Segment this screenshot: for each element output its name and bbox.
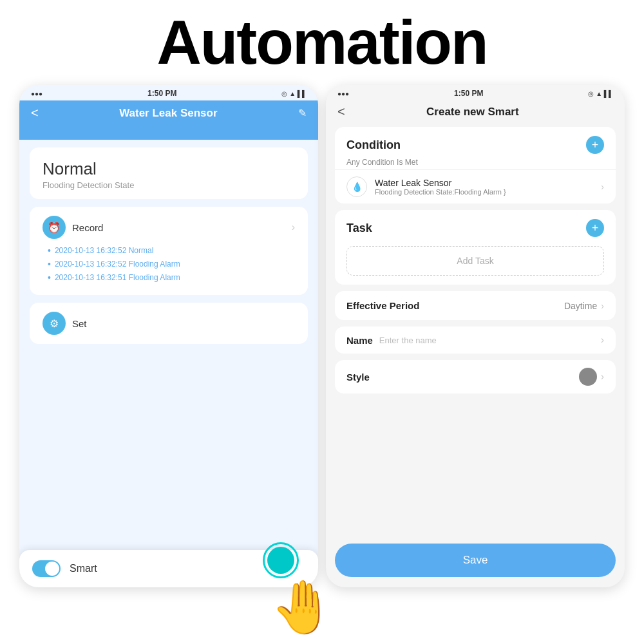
left-header-title: Water Leak Sensor: [119, 107, 217, 120]
condition-subtitle: Any Condition Is Met: [335, 158, 616, 169]
condition-item-icon: 💧: [346, 176, 367, 197]
right-status-bar: ●●● 1:50 PM ◎ ▲ ▌▌: [326, 85, 625, 100]
record-arrow[interactable]: ›: [292, 222, 295, 233]
effective-period-row[interactable]: Effective Period Daytime ›: [335, 291, 616, 320]
record-card: ⏰ Record › 2020-10-13 16:32:52 Normal 20…: [30, 207, 308, 295]
condition-row: 💧 Water Leak Sensor Flooding Detection S…: [335, 169, 616, 204]
condition-header: Condition +: [335, 127, 616, 158]
condition-title: Condition: [346, 138, 401, 152]
style-label: Style: [346, 372, 370, 383]
log-item-3: 2020-10-13 16:32:51 Flooding Alarm: [48, 272, 295, 283]
name-row[interactable]: Name Enter the name ›: [335, 327, 616, 354]
left-status-icons: ◎ ▲ ▌▌: [281, 90, 307, 97]
task-add-button[interactable]: +: [586, 219, 604, 237]
state-label: Normal: [43, 159, 295, 179]
left-phone: ●●● 1:50 PM ◎ ▲ ▌▌ < Water Leak Sensor ✎…: [19, 85, 318, 587]
left-header: < Water Leak Sensor ✎: [19, 100, 318, 140]
effective-period-arrow: ›: [601, 301, 604, 311]
left-status-bar: ●●● 1:50 PM ◎ ▲ ▌▌: [19, 85, 318, 100]
log-item-1: 2020-10-13 16:32:52 Normal: [48, 245, 295, 256]
condition-section: Condition + Any Condition Is Met 💧 Water…: [335, 127, 616, 204]
cyan-button-inner: [267, 547, 294, 574]
log-item-2: 2020-10-13 16:32:52 Flooding Alarm: [48, 259, 295, 269]
page-title: Automation: [0, 0, 644, 85]
smart-toggle[interactable]: [32, 560, 61, 577]
task-header: Task +: [335, 210, 616, 241]
left-back-arrow[interactable]: <: [31, 106, 39, 120]
right-signal: ●●●: [337, 90, 349, 97]
record-header: ⏰ Record ›: [43, 216, 295, 239]
right-header: < Create new Smart: [326, 100, 625, 127]
task-section: Task + Add Task: [335, 210, 616, 285]
right-back-arrow[interactable]: <: [337, 104, 345, 119]
state-card: Normal Flooding Detection State: [30, 147, 308, 199]
right-time: 1:50 PM: [454, 89, 483, 98]
record-logs: 2020-10-13 16:32:52 Normal 2020-10-13 16…: [43, 245, 295, 283]
right-header-title: Create new Smart: [426, 106, 519, 118]
style-arrow: ›: [601, 371, 604, 383]
right-status-icons: ◎ ▲ ▌▌: [588, 90, 613, 97]
name-placeholder: Enter the name: [379, 336, 601, 345]
record-icon: ⏰: [43, 216, 66, 239]
record-title: Record: [72, 222, 285, 233]
set-title: Set: [72, 318, 87, 329]
condition-item-detail: Flooding Detection State:Flooding Alarm …: [375, 188, 593, 196]
add-task-box[interactable]: Add Task: [346, 246, 604, 276]
condition-item-arrow: ›: [601, 182, 604, 192]
set-icon: ⚙: [43, 312, 66, 335]
phones-container: ●●● 1:50 PM ◎ ▲ ▌▌ < Water Leak Sensor ✎…: [0, 85, 644, 587]
style-row[interactable]: Style ›: [335, 360, 616, 393]
left-edit-icon[interactable]: ✎: [298, 107, 307, 119]
effective-period-text: Daytime: [564, 301, 597, 311]
name-arrow: ›: [601, 334, 604, 346]
condition-item-text: Water Leak Sensor Flooding Detection Sta…: [375, 178, 593, 196]
condition-add-button[interactable]: +: [586, 136, 604, 154]
effective-period-value: Daytime ›: [564, 301, 604, 311]
left-body: Normal Flooding Detection State ⏰ Record…: [19, 147, 318, 344]
set-card[interactable]: ⚙ Set: [30, 303, 308, 344]
style-dot: [579, 368, 597, 386]
cyan-ring-button[interactable]: [263, 542, 299, 578]
save-button[interactable]: Save: [335, 544, 616, 577]
state-sublabel: Flooding Detection State: [43, 180, 295, 190]
left-signal: ●●●: [31, 90, 43, 97]
right-phone: ●●● 1:50 PM ◎ ▲ ▌▌ < Create new Smart Co…: [326, 85, 625, 587]
smart-bar: Smart: [19, 550, 318, 587]
right-body: Condition + Any Condition Is Met 💧 Water…: [326, 127, 625, 558]
smart-label: Smart: [70, 563, 97, 574]
effective-period-label: Effective Period: [346, 300, 419, 311]
smart-toggle-knob: [45, 562, 59, 576]
name-label: Name: [346, 335, 373, 346]
task-title: Task: [346, 222, 372, 235]
left-time: 1:50 PM: [147, 89, 176, 98]
condition-item-name: Water Leak Sensor: [375, 178, 593, 188]
